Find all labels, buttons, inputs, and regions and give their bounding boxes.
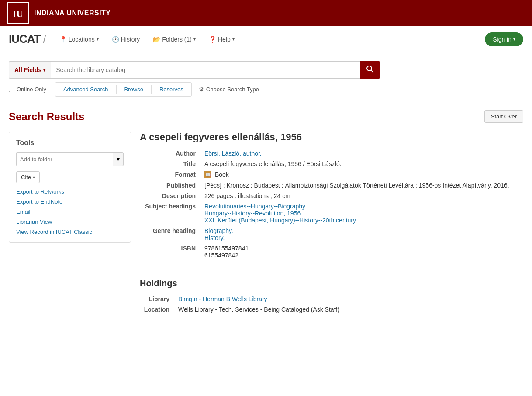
top-header: IU INDIANA UNIVERSITY <box>0 0 532 26</box>
export-refworks-link[interactable]: Export to Refworks <box>16 188 124 195</box>
search-icon <box>366 65 374 73</box>
subject-heading-link-1[interactable]: Hungary--History--Revolution, 1956. <box>204 210 302 217</box>
signin-label: Sign in <box>493 36 511 43</box>
help-label: Help <box>218 36 231 43</box>
history-label: History <box>121 36 140 43</box>
genre-heading-label: Genre heading <box>140 226 201 243</box>
subject-heading-link-0[interactable]: Revolutionaries--Hungary--Biography. <box>204 203 307 210</box>
advanced-search-link[interactable]: Advanced Search <box>55 85 117 94</box>
search-button[interactable] <box>360 61 380 79</box>
iu-logo-icon: IU <box>7 2 29 24</box>
locations-nav-link[interactable]: 📍 Locations ▾ <box>59 36 99 43</box>
folders-label: Folders (1) <box>162 36 192 43</box>
view-record-classic-link[interactable]: View Record in IUCAT Classic <box>16 229 124 235</box>
table-row: Author Eörsi, László, author. <box>140 148 523 159</box>
online-only-checkbox[interactable]: Online Only <box>9 86 46 93</box>
library-label: Library <box>140 294 175 304</box>
results-header: Search Results Start Over <box>9 110 523 123</box>
signin-chevron-icon: ▾ <box>513 37 515 42</box>
history-icon: 🕐 <box>112 36 119 43</box>
folders-nav-link[interactable]: 📂 Folders (1) ▾ <box>153 36 196 43</box>
iucat-logo[interactable]: IUCAT <box>9 32 41 46</box>
browse-link[interactable]: Browse <box>117 85 152 94</box>
add-to-folder-dropdown-button[interactable]: ▾ <box>113 152 124 166</box>
help-icon: ❓ <box>209 36 216 43</box>
table-row: Genre heading Biography. History. <box>140 226 523 243</box>
search-field-select[interactable]: All Fields ▾ <box>9 61 51 79</box>
librarian-view-link[interactable]: Librarian View <box>16 219 124 225</box>
main-content: Search Results Start Over Tools ▾ Cite ▾… <box>0 101 532 323</box>
table-row: Published [Pécs] : Kronosz ; Budapest : … <box>140 180 523 191</box>
table-row: Library Blmgtn - Herman B Wells Library <box>140 294 523 304</box>
genre-heading-link-1[interactable]: History. <box>204 234 225 241</box>
isbn-value-1: 6155497842 <box>204 252 520 259</box>
holdings-section: Holdings Library Blmgtn - Herman B Wells… <box>140 271 523 315</box>
search-area: All Fields ▾ Online Only Advanced Search… <box>0 52 532 101</box>
isbn-value-0: 9786155497841 <box>204 245 520 252</box>
genre-heading-link-0[interactable]: Biography. <box>204 227 233 234</box>
cite-label: Cite <box>21 174 31 181</box>
published-value: [Pécs] : Kronosz ; Budapest : Állambizto… <box>201 180 523 191</box>
published-label: Published <box>140 180 201 191</box>
tools-links: Export to Refworks Export to EndNote Ema… <box>16 188 124 235</box>
search-input[interactable] <box>51 61 360 79</box>
search-row: All Fields ▾ <box>9 61 380 79</box>
location-value: Wells Library - Tech. Services - Being C… <box>175 304 523 315</box>
table-row: Title A csepeli fegyveres ellenállás, 19… <box>140 159 523 169</box>
help-chevron-icon: ▾ <box>232 37 235 42</box>
folder-icon: 📂 <box>153 36 160 43</box>
library-value-link[interactable]: Blmgtn - Herman B Wells Library <box>178 295 267 302</box>
gear-icon: ⚙ <box>199 86 204 93</box>
nav-links: 📍 Locations ▾ 🕐 History 📂 Folders (1) ▾ … <box>59 36 485 43</box>
results-layout: Tools ▾ Cite ▾ Export to Refworks Export… <box>9 132 523 315</box>
description-label: Description <box>140 191 201 201</box>
table-row: Subject headings Revolutionaries--Hungar… <box>140 201 523 226</box>
svg-line-3 <box>371 70 373 73</box>
table-row: Format 📖 Book <box>140 169 523 180</box>
nav-bar: IUCAT / 📍 Locations ▾ 🕐 History 📂 Folder… <box>0 26 532 52</box>
online-only-label: Online Only <box>17 86 46 93</box>
tools-box: Tools ▾ Cite ▾ Export to Refworks Export… <box>9 132 131 243</box>
email-link[interactable]: Email <box>16 208 124 215</box>
online-only-input[interactable] <box>9 87 14 92</box>
location-label: Location <box>140 304 175 315</box>
record-table: Author Eörsi, László, author. Title A cs… <box>140 148 523 261</box>
locations-label: Locations <box>69 36 95 43</box>
search-field-label: All Fields <box>14 66 41 73</box>
add-to-folder-row: ▾ <box>16 152 124 166</box>
start-over-button[interactable]: Start Over <box>484 110 523 123</box>
choose-search-type-label: Choose Search Type <box>206 86 259 93</box>
subject-headings-label: Subject headings <box>140 201 201 226</box>
sign-in-button[interactable]: Sign in ▾ <box>485 32 523 46</box>
description-value: 226 pages : illustrations ; 24 cm <box>201 191 523 201</box>
history-nav-link[interactable]: 🕐 History <box>112 36 140 43</box>
svg-text:IU: IU <box>13 8 24 19</box>
search-field-chevron-icon: ▾ <box>43 68 45 73</box>
isbn-label: ISBN <box>140 243 201 261</box>
title-label: Title <box>140 159 201 169</box>
record-detail: A csepeli fegyveres ellenállás, 1956 Aut… <box>140 132 523 315</box>
table-row: ISBN 9786155497841 6155497842 <box>140 243 523 261</box>
university-name: INDIANA UNIVERSITY <box>34 9 111 17</box>
search-sub-links: Advanced Search Browse Reserves <box>55 82 192 97</box>
table-row: Location Wells Library - Tech. Services … <box>140 304 523 315</box>
cite-chevron-icon: ▾ <box>33 175 35 180</box>
add-to-folder-input[interactable] <box>16 152 113 166</box>
help-nav-link[interactable]: ❓ Help ▾ <box>209 36 235 43</box>
record-title: A csepeli fegyveres ellenállás, 1956 <box>140 132 523 143</box>
holdings-title: Holdings <box>140 278 523 288</box>
author-value-link[interactable]: Eörsi, László, author. <box>204 150 262 157</box>
format-value: Book <box>215 171 229 178</box>
book-icon: 📖 <box>204 171 211 178</box>
export-endnote-link[interactable]: Export to EndNote <box>16 198 124 205</box>
cite-button[interactable]: Cite ▾ <box>16 171 40 183</box>
search-options-row: Online Only Advanced Search Browse Reser… <box>9 82 523 97</box>
sidebar: Tools ▾ Cite ▾ Export to Refworks Export… <box>9 132 131 315</box>
logo-slash: / <box>43 32 46 46</box>
table-row: Description 226 pages : illustrations ; … <box>140 191 523 201</box>
reserves-link[interactable]: Reserves <box>152 85 191 94</box>
search-results-title: Search Results <box>9 111 84 123</box>
tools-title: Tools <box>16 139 124 147</box>
choose-search-type[interactable]: ⚙ Choose Search Type <box>199 86 259 93</box>
subject-heading-link-2[interactable]: XXI. Kerület (Budapest, Hungary)--Histor… <box>204 217 357 224</box>
